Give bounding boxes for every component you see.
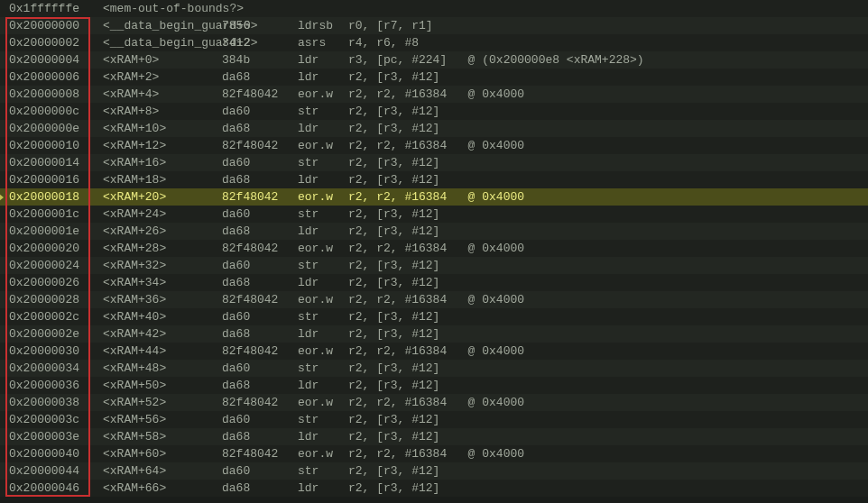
operands-cell: r0, [r7, r1]: [348, 17, 433, 34]
operands-cell: r2, [r3, #12]: [348, 206, 439, 223]
disasm-row[interactable]: 0x20000020<xRAM+28>82f48042eor.wr2, r2, …: [0, 240, 868, 257]
symbol-cell: <xRAM+4>: [0, 86, 222, 103]
opcode-cell: 3412: [222, 34, 298, 51]
mnemonic-cell: ldr: [298, 171, 348, 188]
symbol-cell: <xRAM+10>: [0, 120, 222, 137]
disassembly-view[interactable]: 0x1ffffffe<mem-out-of-bounds?>0x20000000…: [0, 0, 868, 497]
mnemonic-cell: eor.w: [298, 188, 348, 206]
opcode-cell: da60: [222, 103, 298, 120]
disasm-row[interactable]: 0x20000046<xRAM+66>da68ldrr2, [r3, #12]: [0, 480, 868, 497]
operands-cell: r2, r2, #16384 @ 0x4000: [348, 445, 524, 462]
opcode-cell: da60: [222, 154, 298, 171]
disasm-row[interactable]: 0x2000003c<xRAM+56>da60strr2, [r3, #12]: [0, 411, 868, 428]
opcode-cell: da68: [222, 120, 298, 137]
disasm-row[interactable]: 0x20000040<xRAM+60>82f48042eor.wr2, r2, …: [0, 445, 868, 462]
mnemonic-cell: ldrsb: [298, 17, 348, 34]
symbol-cell: <xRAM+52>: [0, 394, 222, 411]
operands-cell: r2, [r3, #12]: [348, 428, 439, 445]
disasm-row[interactable]: 0x20000018<xRAM+20>82f48042eor.wr2, r2, …: [0, 188, 868, 206]
disasm-row[interactable]: 0x20000010<xRAM+12>82f48042eor.wr2, r2, …: [0, 137, 868, 154]
mnemonic-cell: ldr: [298, 480, 348, 497]
disasm-row[interactable]: 0x20000000<__data_begin_guard+0>7856ldrs…: [0, 17, 868, 34]
disasm-row[interactable]: 0x2000001e<xRAM+26>da68ldrr2, [r3, #12]: [0, 223, 868, 240]
symbol-cell: <xRAM+66>: [0, 480, 222, 497]
disasm-row[interactable]: 0x20000028<xRAM+36>82f48042eor.wr2, r2, …: [0, 291, 868, 308]
symbol-cell: <xRAM+44>: [0, 343, 222, 360]
mnemonic-cell: ldr: [298, 377, 348, 394]
opcode-cell: 82f48042: [222, 291, 298, 308]
operands-cell: r2, r2, #16384 @ 0x4000: [348, 137, 524, 154]
disasm-row[interactable]: 0x20000034<xRAM+48>da60strr2, [r3, #12]: [0, 360, 868, 377]
mnemonic-cell: ldr: [298, 274, 348, 291]
opcode-cell: 82f48042: [222, 188, 298, 206]
operands-cell: r2, [r3, #12]: [348, 360, 439, 377]
mnemonic-cell: ldr: [298, 120, 348, 137]
operands-cell: r2, [r3, #12]: [348, 480, 439, 497]
disasm-row[interactable]: 0x20000014<xRAM+16>da60strr2, [r3, #12]: [0, 154, 868, 171]
symbol-cell: <xRAM+28>: [0, 240, 222, 257]
disasm-row[interactable]: 0x2000002c<xRAM+40>da60strr2, [r3, #12]: [0, 308, 868, 325]
symbol-cell: <xRAM+18>: [0, 171, 222, 188]
opcode-cell: da68: [222, 171, 298, 188]
operands-cell: r4, r6, #8: [348, 34, 419, 51]
mnemonic-cell: str: [298, 462, 348, 480]
operands-cell: r2, [r3, #12]: [348, 103, 439, 120]
symbol-cell: <xRAM+56>: [0, 411, 222, 428]
disasm-row[interactable]: 0x20000024<xRAM+32>da60strr2, [r3, #12]: [0, 257, 868, 274]
operands-cell: r2, [r3, #12]: [348, 274, 439, 291]
symbol-cell: <mem-out-of-bounds?>: [0, 0, 222, 17]
mnemonic-cell: str: [298, 154, 348, 171]
disasm-row[interactable]: 0x1ffffffe<mem-out-of-bounds?>: [0, 0, 868, 17]
operands-cell: r2, [r3, #12]: [348, 154, 439, 171]
operands-cell: r2, r2, #16384 @ 0x4000: [348, 240, 524, 257]
disasm-row[interactable]: 0x2000000e<xRAM+10>da68ldrr2, [r3, #12]: [0, 120, 868, 137]
disasm-row[interactable]: 0x2000000c<xRAM+8>da60strr2, [r3, #12]: [0, 103, 868, 120]
mnemonic-cell: eor.w: [298, 394, 348, 411]
opcode-cell: da68: [222, 69, 298, 86]
operands-cell: r2, [r3, #12]: [348, 308, 439, 325]
disasm-row[interactable]: 0x20000002<__data_begin_guard+2>3412asrs…: [0, 34, 868, 51]
symbol-cell: <xRAM+20>: [0, 188, 222, 206]
disasm-row[interactable]: 0x20000038<xRAM+52>82f48042eor.wr2, r2, …: [0, 394, 868, 411]
opcode-cell: 82f48042: [222, 445, 298, 462]
symbol-cell: <xRAM+64>: [0, 462, 222, 480]
disasm-row[interactable]: 0x20000004<xRAM+0>384bldrr3, [pc, #224] …: [0, 51, 868, 69]
opcode-cell: da60: [222, 257, 298, 274]
disasm-row[interactable]: 0x20000044<xRAM+64>da60strr2, [r3, #12]: [0, 462, 868, 480]
operands-cell: r2, [r3, #12]: [348, 411, 439, 428]
opcode-cell: da60: [222, 360, 298, 377]
mnemonic-cell: eor.w: [298, 137, 348, 154]
disasm-row[interactable]: 0x20000036<xRAM+50>da68ldrr2, [r3, #12]: [0, 377, 868, 394]
operands-cell: r2, r2, #16384 @ 0x4000: [348, 291, 524, 308]
symbol-cell: <xRAM+32>: [0, 257, 222, 274]
disasm-row[interactable]: 0x20000008<xRAM+4>82f48042eor.wr2, r2, #…: [0, 86, 868, 103]
mnemonic-cell: str: [298, 257, 348, 274]
mnemonic-cell: str: [298, 308, 348, 325]
symbol-cell: <xRAM+0>: [0, 51, 222, 69]
disasm-row[interactable]: 0x2000002e<xRAM+42>da68ldrr2, [r3, #12]: [0, 325, 868, 343]
operands-cell: r2, r2, #16384 @ 0x4000: [348, 394, 524, 411]
symbol-cell: <xRAM+40>: [0, 308, 222, 325]
operands-cell: r2, r2, #16384 @ 0x4000: [348, 86, 524, 103]
disasm-row[interactable]: 0x2000001c<xRAM+24>da60strr2, [r3, #12]: [0, 206, 868, 223]
disasm-row[interactable]: 0x2000003e<xRAM+58>da68ldrr2, [r3, #12]: [0, 428, 868, 445]
symbol-cell: <xRAM+34>: [0, 274, 222, 291]
operands-cell: r2, [r3, #12]: [348, 377, 439, 394]
symbol-cell: <xRAM+48>: [0, 360, 222, 377]
symbol-cell: <xRAM+58>: [0, 428, 222, 445]
mnemonic-cell: ldr: [298, 69, 348, 86]
mnemonic-cell: asrs: [298, 34, 348, 51]
disasm-row[interactable]: 0x20000026<xRAM+34>da68ldrr2, [r3, #12]: [0, 274, 868, 291]
opcode-cell: [222, 0, 298, 17]
symbol-cell: <__data_begin_guard+2>: [0, 34, 222, 51]
symbol-cell: <xRAM+50>: [0, 377, 222, 394]
symbol-cell: <xRAM+16>: [0, 154, 222, 171]
operands-cell: r2, [r3, #12]: [348, 223, 439, 240]
symbol-cell: <xRAM+12>: [0, 137, 222, 154]
mnemonic-cell: ldr: [298, 51, 348, 69]
disasm-row[interactable]: 0x20000006<xRAM+2>da68ldrr2, [r3, #12]: [0, 69, 868, 86]
disasm-row[interactable]: 0x20000016<xRAM+18>da68ldrr2, [r3, #12]: [0, 171, 868, 188]
disasm-row[interactable]: 0x20000030<xRAM+44>82f48042eor.wr2, r2, …: [0, 343, 868, 360]
symbol-cell: <__data_begin_guard+0>: [0, 17, 222, 34]
opcode-cell: 82f48042: [222, 343, 298, 360]
